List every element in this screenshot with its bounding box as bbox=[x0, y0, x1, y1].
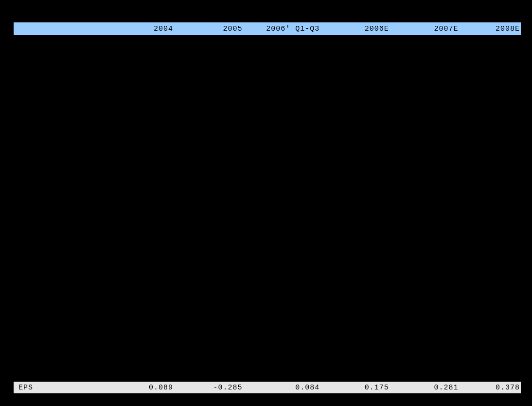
table-row: EPS 0.089 -0.285 0.084 0.175 0.281 0.378 bbox=[14, 382, 521, 394]
row-label-eps: EPS bbox=[14, 384, 108, 392]
header-cell-2004: 2004 bbox=[108, 25, 178, 33]
cell-eps-2007e: 0.281 bbox=[394, 384, 463, 392]
cell-eps-2005: -0.285 bbox=[178, 384, 248, 392]
cell-eps-2006e: 0.175 bbox=[324, 384, 394, 392]
cell-eps-2006q: 0.084 bbox=[248, 384, 325, 392]
page-container: 2004 2005 2006' Q1-Q3 2006E 2007E 2008E … bbox=[0, 0, 532, 406]
header-cell-2008e: 2008E bbox=[463, 25, 521, 33]
cell-eps-2004: 0.089 bbox=[108, 384, 178, 392]
header-cell-2007e: 2007E bbox=[394, 25, 463, 33]
header-cell-2005: 2005 bbox=[178, 25, 248, 33]
cell-eps-2008e: 0.378 bbox=[463, 384, 521, 392]
header-cell-2006q: 2006' Q1-Q3 bbox=[248, 25, 325, 33]
header-cell-2006e: 2006E bbox=[324, 25, 394, 33]
table-header-row: 2004 2005 2006' Q1-Q3 2006E 2007E 2008E bbox=[14, 22, 521, 36]
